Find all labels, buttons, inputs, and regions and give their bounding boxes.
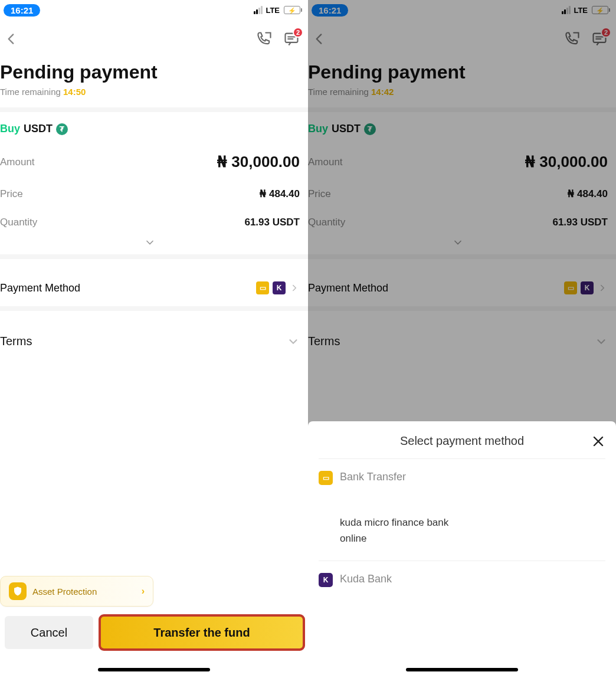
terms-row[interactable]: Terms [0, 322, 300, 361]
kuda-icon: K [273, 281, 286, 294]
chevron-right-icon: › [142, 586, 145, 597]
payment-option-kuda[interactable]: K Kuda Bank [319, 561, 605, 599]
price-value: ₦ 484.40 [260, 188, 300, 200]
expand-details-button[interactable] [0, 237, 300, 254]
back-button[interactable] [4, 31, 19, 47]
asset-protection-banner[interactable]: Asset Protection › [0, 576, 153, 607]
transfer-fund-button[interactable]: Transfer the fund [100, 616, 303, 649]
home-indicator[interactable] [406, 668, 518, 671]
terms-label: Terms [0, 335, 32, 348]
payment-option-bank-transfer[interactable]: ▭ Bank Transfer [319, 459, 605, 497]
cancel-button[interactable]: Cancel [5, 616, 93, 649]
usdt-icon: ₮ [56, 123, 68, 135]
page-title: Pending payment [0, 61, 308, 83]
kuda-icon: K [319, 573, 333, 587]
quantity-label: Quantity [0, 217, 37, 228]
buy-label: Buy [0, 123, 20, 135]
chat-icon[interactable]: 2 [283, 31, 300, 47]
signal-icon [254, 6, 263, 14]
chat-badge: 2 [293, 27, 303, 38]
status-icons: LTE ⚡ [254, 6, 302, 15]
battery-icon: ⚡ [284, 6, 302, 14]
time-remaining-label: Time remaining [0, 87, 61, 97]
bank-transfer-label: Bank Transfer [340, 471, 406, 483]
amount-label: Amount [0, 156, 35, 168]
bank-name: kuda micro finance bank [340, 515, 605, 530]
modal-title: Select payment method [400, 434, 524, 448]
payment-method-modal: Select payment method ▭ Bank Transfer ku… [308, 421, 616, 675]
chevron-right-icon [289, 283, 300, 293]
network-label: LTE [266, 6, 280, 15]
price-label: Price [0, 188, 23, 200]
status-time: 16:21 [4, 4, 40, 17]
bank-transfer-icon: ▭ [256, 281, 269, 294]
payment-method-row[interactable]: Payment Method ▭ K [0, 270, 300, 306]
asset-symbol: USDT [24, 123, 53, 135]
close-button[interactable] [591, 434, 605, 451]
home-indicator[interactable] [98, 668, 210, 671]
bank-transfer-icon: ▭ [319, 471, 333, 485]
quantity-value: 61.93 USDT [244, 217, 300, 228]
amount-value: ₦ 30,000.00 [217, 153, 300, 171]
shield-icon [9, 582, 27, 600]
time-remaining-value: 14:50 [63, 87, 86, 97]
payment-method-label: Payment Method [0, 282, 80, 294]
kuda-label: Kuda Bank [340, 573, 392, 585]
bank-transfer-details: kuda micro finance bank online [319, 497, 605, 561]
chevron-down-icon [287, 335, 300, 348]
call-icon[interactable] [256, 31, 273, 47]
status-bar: 16:21 LTE ⚡ [0, 0, 308, 19]
bank-channel: online [340, 530, 605, 546]
time-remaining: Time remaining 14:50 [0, 87, 308, 97]
asset-protection-label: Asset Protection [32, 586, 136, 597]
